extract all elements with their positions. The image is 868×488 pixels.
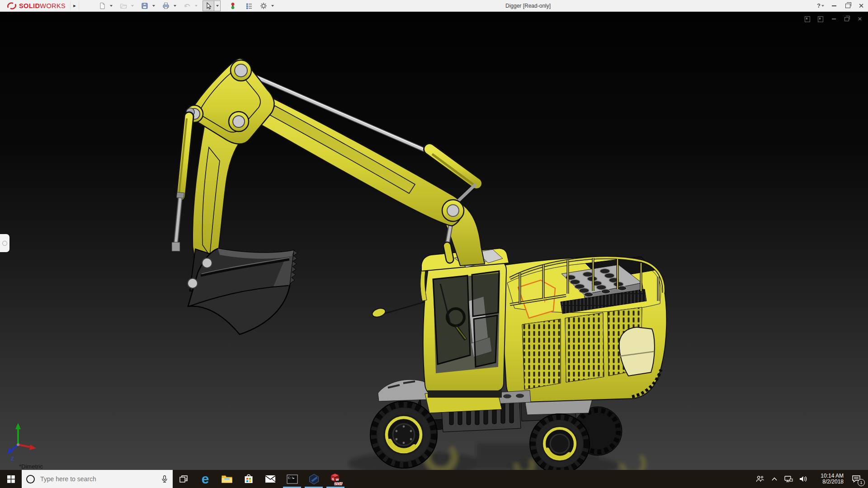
front-left-wheel[interactable] — [370, 401, 437, 468]
view-orientation-label: *Dimetric — [19, 463, 43, 470]
restore-button[interactable] — [841, 0, 854, 11]
doc-close-button[interactable]: ✕ — [855, 15, 864, 23]
cab[interactable] — [371, 249, 509, 398]
graphics-viewport[interactable]: ✕ — [0, 12, 868, 470]
print-button[interactable] — [160, 0, 172, 11]
save-icon — [141, 2, 148, 9]
options-button[interactable] — [258, 0, 269, 11]
taskbar-app-solidworks[interactable]: S W 2017 — [325, 470, 346, 488]
cmd-prompt-text: C:\ — [288, 476, 294, 479]
document-window-controls: ✕ — [803, 15, 864, 23]
close-button[interactable]: ✕ — [854, 0, 868, 11]
store-icon — [243, 474, 254, 484]
svg-text:S: S — [332, 477, 334, 481]
search-input[interactable] — [39, 475, 161, 483]
boom-assembly[interactable] — [172, 58, 485, 269]
caret-icon — [271, 5, 274, 7]
minimize-button[interactable] — [827, 0, 841, 11]
select-cursor-icon — [205, 2, 212, 9]
network-button[interactable] — [781, 470, 796, 488]
command-prompt-icon: C:\ — [287, 474, 298, 484]
caret-icon — [195, 5, 198, 7]
solidworks-logo: SOLIDWORKS — [0, 0, 66, 11]
chevron-up-icon — [771, 476, 778, 482]
restore-icon — [844, 17, 849, 21]
taskbar-app-store[interactable] — [238, 470, 259, 488]
triad-z-label: Z — [11, 456, 14, 461]
titlebar: SOLIDWORKS ▸ — [0, 0, 868, 12]
document-icon — [805, 16, 810, 22]
taskbar-app-hexagon[interactable] — [303, 470, 325, 488]
start-button[interactable] — [0, 470, 22, 488]
speaker-icon — [799, 475, 807, 483]
doc-restore-button[interactable] — [842, 15, 851, 23]
select-button[interactable] — [203, 0, 214, 11]
new-document-button[interactable] — [96, 0, 108, 11]
show-hidden-icons-button[interactable] — [768, 470, 781, 488]
file-explorer-icon — [221, 474, 233, 484]
taskbar-app-mail[interactable] — [259, 470, 281, 488]
cab-windows — [433, 271, 499, 367]
boom-recess — [269, 106, 415, 193]
mail-icon — [265, 475, 276, 483]
volume-button[interactable] — [796, 470, 811, 488]
network-icon — [784, 475, 793, 483]
wordmark-bold: SOLID — [19, 2, 40, 9]
open-button[interactable] — [118, 0, 129, 11]
help-button[interactable]: ? — [814, 0, 827, 11]
rebuild-button[interactable] — [227, 0, 239, 11]
undo-icon — [184, 2, 191, 9]
windows-logo-icon — [7, 475, 15, 483]
save-button[interactable] — [139, 0, 151, 11]
bucket-cylinder[interactable] — [172, 108, 194, 251]
print-icon — [162, 2, 170, 9]
rear-left-wheel[interactable] — [530, 414, 590, 470]
solidworks-logo-icon — [6, 2, 17, 10]
open-dropdown[interactable] — [129, 1, 135, 11]
rebuild-traffic-light-icon — [229, 2, 236, 9]
document-icon — [818, 16, 823, 22]
rear-window[interactable] — [619, 327, 655, 376]
taskbar-clock[interactable]: 10:14 AM 8/2/2018 — [814, 473, 844, 485]
solidworks-2017-icon: S W 2017 — [328, 472, 343, 486]
window-controls: ? ✕ — [814, 0, 868, 11]
hexagon-app-icon — [308, 474, 320, 485]
doc-window-icon-1[interactable] — [803, 15, 812, 23]
file-properties-icon — [245, 2, 253, 9]
microphone-icon[interactable] — [161, 475, 168, 483]
action-center-button[interactable]: 1 — [846, 470, 866, 488]
taskbar-search[interactable] — [22, 470, 173, 488]
featuremanager-collapsed-tab[interactable] — [0, 234, 9, 252]
svg-text:W: W — [336, 478, 340, 482]
print-dropdown[interactable] — [172, 1, 178, 11]
file-properties-button[interactable] — [243, 0, 255, 11]
cortana-icon — [26, 475, 35, 483]
menu-flyout-arrow[interactable]: ▸ — [70, 1, 79, 10]
minimize-icon — [832, 5, 836, 6]
wordmark-light: WORKS — [40, 2, 66, 9]
new-document-dropdown[interactable] — [108, 1, 114, 11]
taskbar-app-edge[interactable]: e — [194, 470, 216, 488]
taskbar-app-file-explorer[interactable] — [216, 470, 238, 488]
select-dropdown[interactable] — [214, 0, 221, 11]
open-icon — [120, 2, 127, 9]
task-view-button[interactable] — [173, 470, 194, 488]
system-tray: 10:14 AM 8/2/2018 1 — [752, 470, 868, 488]
save-dropdown[interactable] — [151, 1, 156, 11]
orientation-triad[interactable]: Z — [7, 423, 36, 461]
taskbar-app-command-prompt[interactable]: C:\ — [281, 470, 303, 488]
clock-time: 10:14 AM — [814, 473, 844, 479]
wing-mirror — [371, 307, 387, 319]
doc-minimize-button[interactable] — [829, 15, 838, 23]
bucket[interactable] — [188, 249, 297, 334]
people-button[interactable] — [752, 470, 768, 488]
undo-dropdown[interactable] — [193, 1, 199, 11]
caret-icon — [216, 5, 219, 7]
excavator-model[interactable]: Z *Dimetric — [0, 12, 868, 470]
new-document-icon — [99, 2, 106, 9]
doc-window-icon-2[interactable] — [816, 15, 825, 23]
minimize-icon — [832, 19, 836, 19]
undo-button[interactable] — [181, 0, 193, 11]
task-view-icon — [179, 475, 188, 483]
options-dropdown[interactable] — [269, 1, 275, 11]
